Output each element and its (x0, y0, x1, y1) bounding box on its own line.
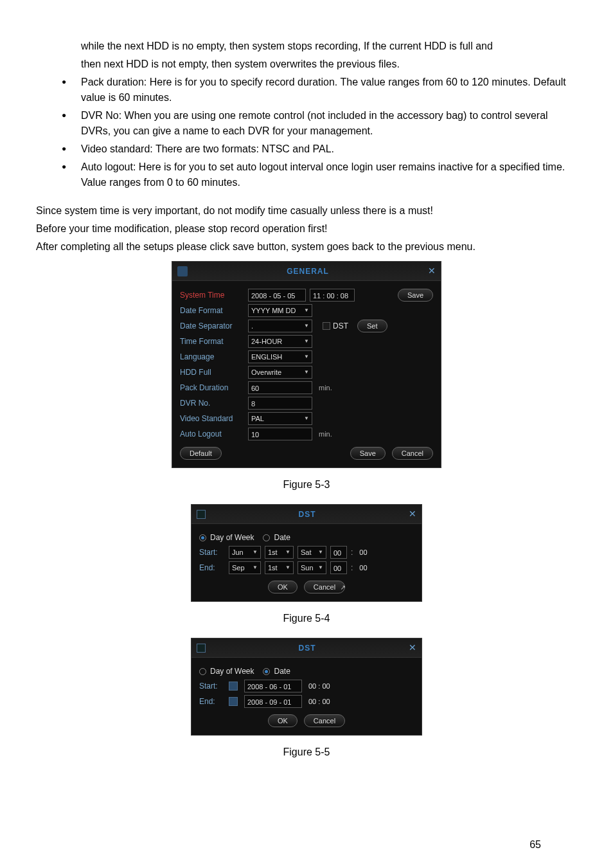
system-date-input[interactable]: 2008 - 05 - 05 (248, 289, 306, 302)
end-min-input[interactable]: 00 (357, 561, 373, 574)
chevron-down-icon: ▼ (304, 415, 309, 422)
start-week-select[interactable]: 1st▼ (265, 546, 294, 559)
end-day-select[interactable]: Sun▼ (298, 561, 326, 574)
end-time-input[interactable]: 00 : 00 (306, 695, 338, 708)
intro-line-1: while the next HDD is no empty, then sys… (81, 39, 577, 54)
chevron-down-icon: ▼ (304, 307, 309, 314)
dialog-title: DST (206, 509, 409, 520)
warning-2: Before your time modification, please st… (36, 221, 577, 237)
dst-week-dialog: DST ✕ Day of Week Date Start: Jun▼ 1st▼ … (191, 504, 422, 602)
cancel-button[interactable]: Cancel (304, 581, 345, 593)
chevron-down-icon: ▼ (304, 338, 309, 345)
start-label: Start: (199, 680, 225, 692)
close-icon[interactable]: ✕ (409, 641, 416, 655)
end-month-select[interactable]: Sep▼ (229, 561, 261, 574)
dialog-title: GENERAL (188, 266, 428, 277)
bullet-3: Video standard: There are two formats: N… (36, 141, 577, 157)
language-select[interactable]: ENGLISH▼ (248, 350, 312, 363)
system-time-label: System Time (180, 289, 244, 301)
figure-5-4-caption: Figure 5-4 (36, 611, 577, 626)
start-hour-input[interactable]: 00 (330, 546, 347, 559)
cancel-button[interactable]: Cancel (304, 714, 345, 727)
dvr-no-label: DVR No. (180, 397, 244, 409)
date-separator-label: Date Separator (180, 320, 244, 332)
date-radio[interactable] (263, 534, 270, 541)
dst-set-button[interactable]: Set (357, 320, 387, 332)
end-label: End: (199, 696, 225, 707)
cancel-button[interactable]: Cancel (392, 447, 433, 460)
chevron-down-icon: ▼ (318, 564, 323, 572)
start-min-input[interactable]: 00 (357, 546, 373, 559)
dialog-title: DST (206, 642, 409, 654)
min-unit-2: min. (319, 429, 332, 440)
min-unit: min. (319, 383, 332, 393)
warning-1: Since system time is very important, do … (36, 203, 577, 219)
page-number: 65 (529, 837, 541, 853)
pack-duration-label: Pack Duration (180, 382, 244, 393)
day-of-week-radio[interactable] (199, 668, 206, 675)
dialog-titlebar: DST ✕ (191, 638, 422, 658)
intro-line-2: then next HDD is not empty, then system … (81, 57, 577, 72)
time-format-label: Time Format (180, 336, 244, 347)
figure-5-5-caption: Figure 5-5 (36, 745, 577, 760)
day-of-week-radio[interactable] (199, 534, 206, 541)
language-label: Language (180, 351, 244, 363)
calendar-icon[interactable] (229, 682, 238, 691)
system-time-input[interactable]: 11 : 00 : 08 (310, 289, 355, 302)
dvr-no-input[interactable]: 8 (248, 397, 312, 410)
date-label: Date (274, 665, 290, 677)
dst-date-dialog: DST ✕ Day of Week Date Start: 2008 - 06 … (191, 638, 422, 736)
bullet-2: DVR No: When you are using one remote co… (36, 108, 577, 139)
start-date-input[interactable]: 2008 - 06 - 01 (244, 680, 302, 692)
instruction: After completing all the setups please c… (36, 239, 577, 255)
chevron-down-icon: ▼ (318, 548, 323, 556)
end-week-select[interactable]: 1st▼ (265, 561, 294, 574)
end-label: End: (199, 562, 225, 574)
ok-button[interactable]: OK (268, 581, 298, 593)
date-format-label: Date Format (180, 305, 244, 316)
general-dialog: GENERAL ✕ System Time 2008 - 05 - 05 11 … (172, 261, 441, 468)
date-radio[interactable] (263, 668, 270, 675)
date-separator-select[interactable]: .▼ (248, 320, 312, 332)
default-button[interactable]: Default (180, 447, 222, 460)
video-standard-select[interactable]: PAL▼ (248, 412, 312, 425)
save-button[interactable]: Save (350, 447, 386, 460)
bullet-1: Pack duration: Here is for you to specif… (36, 75, 577, 105)
figure-5-3-caption: Figure 5-3 (36, 477, 577, 493)
chevron-down-icon: ▼ (304, 368, 309, 376)
end-hour-input[interactable]: 00 (330, 561, 347, 574)
dst-label: DST (333, 320, 348, 332)
end-date-input[interactable]: 2008 - 09 - 01 (244, 695, 302, 708)
calendar-icon[interactable] (229, 697, 238, 706)
general-icon (177, 266, 188, 276)
hdd-full-label: HDD Full (180, 366, 244, 378)
auto-logout-label: Auto Logout (180, 428, 244, 440)
day-of-week-label: Day of Week (210, 665, 254, 677)
pack-duration-input[interactable]: 60 (248, 381, 312, 394)
chevron-down-icon: ▼ (285, 564, 290, 572)
start-month-select[interactable]: Jun▼ (229, 546, 261, 559)
start-day-select[interactable]: Sat▼ (298, 546, 326, 559)
hdd-full-select[interactable]: Overwrite▼ (248, 366, 312, 379)
chevron-down-icon: ▼ (304, 353, 309, 361)
chevron-down-icon: ▼ (304, 322, 309, 330)
date-label: Date (274, 532, 290, 543)
close-icon[interactable]: ✕ (409, 507, 416, 521)
video-standard-label: Video Standard (180, 413, 244, 424)
auto-logout-input[interactable]: 10 (248, 428, 312, 440)
dialog-titlebar: GENERAL ✕ (172, 262, 441, 281)
time-format-select[interactable]: 24-HOUR▼ (248, 335, 312, 348)
chevron-down-icon: ▼ (253, 548, 258, 556)
ok-button[interactable]: OK (268, 714, 298, 727)
dst-icon (197, 510, 206, 519)
save-time-button[interactable]: Save (398, 289, 433, 302)
date-format-select[interactable]: YYYY MM DD▼ (248, 304, 312, 317)
close-icon[interactable]: ✕ (428, 264, 436, 278)
chevron-down-icon: ▼ (253, 564, 258, 572)
start-label: Start: (199, 547, 225, 558)
dst-icon (197, 644, 206, 653)
dst-checkbox[interactable] (323, 322, 330, 330)
chevron-down-icon: ▼ (285, 548, 290, 556)
start-time-input[interactable]: 00 : 00 (306, 680, 338, 692)
bullet-4: Auto logout: Here is for you to set auto… (36, 159, 577, 190)
